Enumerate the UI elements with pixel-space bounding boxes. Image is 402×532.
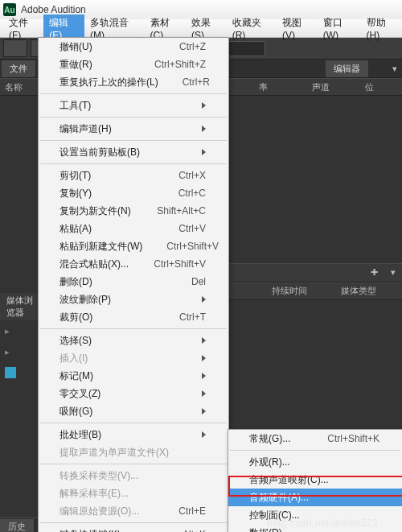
submenu-item[interactable]: 常规(G)...Ctrl+Shift+K [228, 430, 402, 447]
menu-window[interactable]: 窗口(W) [318, 14, 361, 43]
col-channels[interactable]: 声道 [307, 81, 360, 93]
col-media-type[interactable]: 媒体类型 [336, 285, 397, 297]
tab-files[interactable]: 文件 [2, 60, 35, 77]
menu-item[interactable]: 键盘快捷键(K)...Alt+K [39, 526, 228, 532]
tab-editor[interactable]: 编辑器 [326, 60, 368, 77]
chevron-right-icon: ▸ [5, 326, 10, 336]
menu-item[interactable]: 编辑声道(H) [39, 120, 228, 138]
menu-item[interactable]: 粘贴(A)Ctrl+V [39, 220, 228, 237]
menu-item[interactable]: 选择(S) [39, 332, 228, 349]
chevron-right-icon: ▸ [5, 347, 10, 357]
col-rate[interactable]: 率 [254, 81, 307, 93]
menu-item[interactable]: 混合式粘贴(X)...Ctrl+Shift+V [39, 255, 228, 273]
filter-icon[interactable]: ▾ [384, 267, 402, 278]
menu-item[interactable]: 复制(Y)Ctrl+C [39, 184, 228, 202]
watermark: blog.csdn.net/anlian523 [267, 518, 378, 529]
menu-item[interactable]: 删除(D)Del [39, 273, 228, 291]
col-bit[interactable]: 位 [360, 81, 397, 93]
menu-item[interactable]: 标记(M) [39, 367, 228, 385]
toolbar-button-1[interactable] [3, 39, 27, 57]
browser-row[interactable]: ▸ [0, 320, 42, 341]
menu-item: 解释采样率(E)... [39, 485, 228, 502]
menu-item[interactable]: 工具(T) [39, 97, 228, 114]
menu-item[interactable]: 设置当前剪贴板(B) [39, 143, 228, 161]
edit-menu-dropdown[interactable]: 撤销(U)Ctrl+Z重做(R)Ctrl+Shift+Z重复执行上次的操作(L)… [38, 37, 229, 532]
menu-item[interactable]: 重复执行上次的操作(L)Ctrl+R [39, 73, 228, 91]
panel-menu-icon[interactable]: ▾ [388, 64, 402, 74]
menu-view[interactable]: 视图(V) [277, 14, 318, 43]
browser-row[interactable]: ▸ [0, 341, 42, 362]
menu-item[interactable]: 剪切(T)Ctrl+X [39, 167, 228, 184]
menu-item[interactable]: 粘贴到新建文件(W)Ctrl+Shift+V [39, 237, 228, 255]
files-body [0, 96, 42, 293]
menu-item[interactable]: 撤销(U)Ctrl+Z [39, 38, 228, 56]
tab-history[interactable]: 历史 [0, 519, 34, 533]
menu-item[interactable]: 零交叉(Z) [39, 385, 228, 402]
menu-item[interactable]: 波纹删除(P) [39, 291, 228, 308]
menu-item[interactable]: 吸附(G) [39, 402, 228, 420]
menu-item[interactable]: 裁剪(O)Ctrl+T [39, 308, 228, 326]
submenu-item[interactable]: 音频声道映射(C)... [228, 471, 402, 489]
menu-item[interactable]: 批处理(B) [39, 426, 228, 443]
media-browser-label[interactable]: 媒体浏览器 [0, 293, 42, 320]
submenu-item[interactable]: 外观(R)... [228, 453, 402, 471]
preferences-submenu[interactable]: 常规(G)...Ctrl+Shift+K外观(R)...音频声道映射(C)...… [228, 429, 402, 532]
menu-help[interactable]: 帮助(H) [361, 14, 402, 43]
menu-item: 编辑原始资源(O)...Ctrl+E [39, 502, 228, 520]
submenu-item[interactable]: 音频硬件(A)... [228, 489, 402, 506]
menu-item[interactable]: 复制为新文件(N)Shift+Alt+C [39, 202, 228, 220]
menu-item: 提取声道为单声道文件(X) [39, 443, 228, 461]
menu-favorites[interactable]: 收藏夹(R) [227, 14, 277, 43]
media-browser-body: ▸ ▸ [0, 320, 42, 518]
menu-item: 转换采样类型(V)... [39, 467, 228, 485]
menu-item: 插入(I) [39, 349, 228, 367]
files-columns: 名称 [0, 78, 42, 96]
files-panel-tabbar: 文件 [0, 60, 42, 78]
add-icon[interactable]: ✚ [364, 267, 384, 278]
col-name[interactable]: 名称 [0, 81, 23, 93]
browser-row[interactable] [0, 362, 42, 383]
col-duration[interactable]: 持续时间 [267, 285, 336, 297]
drive-icon [5, 367, 16, 378]
menu-item[interactable]: 重做(R)Ctrl+Shift+Z [39, 56, 228, 73]
menubar[interactable]: 文件(F) 编辑(E) 多轨混音(M) 素材(C) 效果(S) 收藏夹(R) 视… [0, 19, 402, 38]
